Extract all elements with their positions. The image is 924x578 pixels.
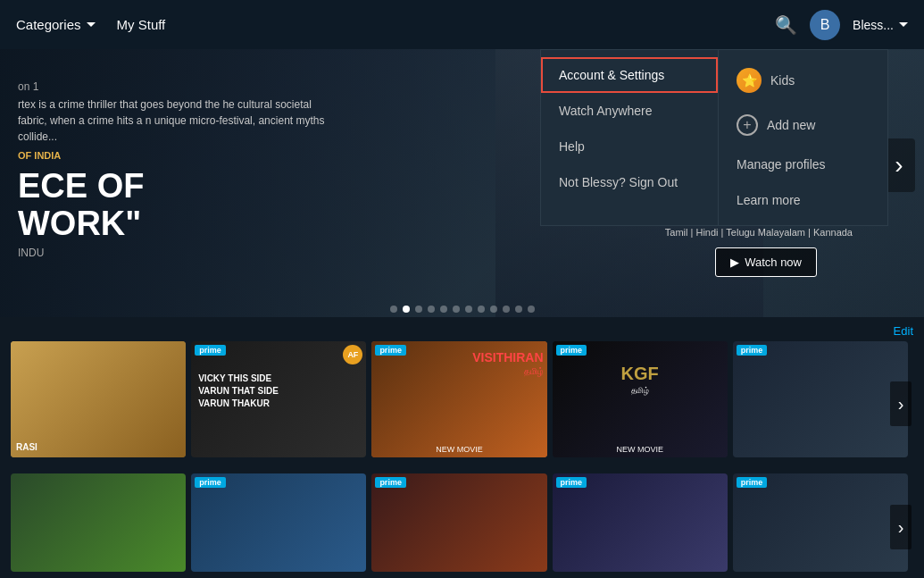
dropdown-right-panel: ⭐ Kids + Add new Manage profiles Learn m… bbox=[719, 49, 888, 226]
learn-more-label: Learn more bbox=[737, 193, 801, 207]
kids-profile-item[interactable]: ⭐ Kids bbox=[719, 57, 887, 104]
thumb2-text: VICKY THIS SIDEVARUN THAT SIDEVARUN THAK… bbox=[198, 373, 359, 410]
hero-dot-5[interactable] bbox=[453, 306, 460, 313]
hero-dot-1[interactable] bbox=[403, 306, 410, 313]
thumb4-new-movie: NEW MOVIE bbox=[616, 445, 663, 454]
thumbnail-5[interactable]: prime bbox=[733, 341, 908, 457]
hero-dot-6[interactable] bbox=[465, 306, 472, 313]
row1-container: RASI prime AF VICKY THIS SIDEVARUN THAT … bbox=[11, 341, 913, 466]
hero-content: on 1 rtex is a crime thriller that goes … bbox=[18, 80, 330, 259]
manage-profiles-label: Manage profiles bbox=[737, 157, 826, 172]
hero-title-line1: ECE OF bbox=[18, 168, 330, 205]
row1-thumbnails: RASI prime AF VICKY THIS SIDEVARUN THAT … bbox=[11, 341, 913, 466]
watch-now-button[interactable]: ▶ Watch now bbox=[715, 247, 817, 277]
avatar[interactable]: B bbox=[810, 10, 840, 40]
hero-dot-3[interactable] bbox=[428, 306, 435, 313]
row1-next-button[interactable]: › bbox=[890, 381, 912, 426]
add-new-label: Add new bbox=[767, 118, 815, 132]
categories-chevron-icon bbox=[87, 22, 96, 27]
dropdown-left-panel: Account & Settings Watch Anywhere Help N… bbox=[540, 49, 719, 226]
hero-dots bbox=[390, 306, 535, 313]
hero-dot-0[interactable] bbox=[390, 306, 397, 313]
prime-badge2-2: prime bbox=[195, 477, 226, 488]
hero-dot-2[interactable] bbox=[415, 306, 422, 313]
help-item[interactable]: Help bbox=[541, 129, 718, 164]
hero-region-badge: OF INDIA bbox=[18, 150, 330, 161]
mystuff-label: My Stuff bbox=[117, 17, 166, 32]
hero-dot-4[interactable] bbox=[440, 306, 447, 313]
thumbnail-4[interactable]: prime KGF தமிழ் NEW MOVIE bbox=[553, 341, 728, 457]
hero-dot-7[interactable] bbox=[478, 306, 485, 313]
thumb3-new-movie: NEW MOVIE bbox=[436, 445, 483, 454]
account-settings-label: Account & Settings bbox=[559, 68, 664, 82]
watch-anywhere-item[interactable]: Watch Anywhere bbox=[541, 93, 718, 129]
row1-header: Edit bbox=[11, 317, 913, 341]
thumb1-label: RASI bbox=[16, 442, 37, 452]
thumb3-lang: தமிழ் bbox=[524, 366, 544, 377]
sign-out-label: Not Blessy? Sign Out bbox=[559, 175, 678, 189]
watch-now-label: Watch now bbox=[745, 255, 802, 269]
hero-tags: Tamil | Hindi | Telugu Malayalam | Kanna… bbox=[665, 225, 853, 241]
kids-icon: ⭐ bbox=[737, 68, 762, 93]
add-profile-item[interactable]: + Add new bbox=[719, 104, 887, 147]
help-label: Help bbox=[559, 139, 585, 154]
manage-profiles-item[interactable]: Manage profiles bbox=[719, 147, 887, 182]
thumb3-title: VISITHIRAN bbox=[472, 350, 543, 364]
content-area: Edit RASI prime AF VICKY THIS SIDEVARUN … bbox=[0, 317, 924, 578]
sign-out-item[interactable]: Not Blessy? Sign Out bbox=[541, 164, 718, 200]
prime-badge2-4: prime bbox=[556, 477, 587, 488]
thumbnail2-5[interactable]: prime bbox=[733, 473, 908, 572]
hero-dot-9[interactable] bbox=[503, 306, 510, 313]
watch-anywhere-label: Watch Anywhere bbox=[559, 104, 653, 118]
prime-badge-4: prime bbox=[556, 345, 587, 356]
thumbnail2-3[interactable]: prime bbox=[371, 473, 546, 572]
hero-dot-10[interactable] bbox=[515, 306, 522, 313]
account-settings-item[interactable]: Account & Settings bbox=[541, 57, 718, 93]
avatar-letter: B bbox=[820, 17, 830, 33]
play-icon: ▶ bbox=[730, 255, 739, 269]
thumbnail2-2[interactable]: prime bbox=[191, 473, 366, 572]
hero-title-line2: WORK" bbox=[18, 205, 330, 243]
prime-badge2-3: prime bbox=[375, 477, 406, 488]
hero-description: rtex is a crime thriller that goes beyon… bbox=[18, 96, 330, 145]
hero-dot-8[interactable] bbox=[490, 306, 497, 313]
nav-left: Categories My Stuff bbox=[16, 17, 165, 32]
row2-next-button[interactable]: › bbox=[890, 505, 912, 549]
nav-right: 🔍 B Bless... bbox=[775, 10, 908, 40]
edit-button[interactable]: Edit bbox=[894, 324, 913, 338]
hero-title: ECE OF WORK" bbox=[18, 168, 330, 243]
hero-dot-11[interactable] bbox=[528, 306, 535, 313]
search-icon[interactable]: 🔍 bbox=[775, 14, 797, 36]
thumb4-title: KGF bbox=[621, 364, 659, 384]
learn-more-item[interactable]: Learn more bbox=[719, 182, 887, 218]
row2-container: prime prime prime prime › bbox=[11, 473, 913, 578]
prime-badge2-5: prime bbox=[737, 477, 768, 488]
username-button[interactable]: Bless... bbox=[853, 18, 908, 32]
thumbnail-2[interactable]: prime AF VICKY THIS SIDEVARUN THAT SIDEV… bbox=[191, 341, 366, 457]
hero-region-sub: INDU bbox=[18, 247, 330, 259]
hero-season: on 1 bbox=[18, 80, 330, 93]
account-dropdown: Account & Settings Watch Anywhere Help N… bbox=[540, 49, 888, 226]
prime-badge-3: prime bbox=[375, 345, 406, 356]
thumb4-lang: தமிழ் bbox=[631, 386, 649, 396]
thumbnail-1[interactable]: RASI bbox=[11, 341, 186, 457]
thumbnail-3[interactable]: prime VISITHIRAN தமிழ் NEW MOVIE bbox=[371, 341, 546, 457]
kids-label: Kids bbox=[770, 73, 795, 88]
mystuff-nav[interactable]: My Stuff bbox=[117, 17, 166, 32]
prime-badge-5: prime bbox=[737, 345, 768, 356]
thumbnail2-4[interactable]: prime bbox=[553, 473, 728, 572]
navbar: Categories My Stuff 🔍 B Bless... bbox=[0, 0, 924, 49]
add-profile-icon: + bbox=[737, 114, 758, 136]
categories-nav[interactable]: Categories bbox=[16, 17, 96, 32]
thumbnail2-1[interactable] bbox=[11, 473, 186, 572]
row2-thumbnails: prime prime prime prime bbox=[11, 473, 913, 578]
af-badge-2: AF bbox=[343, 345, 362, 364]
username-chevron-icon bbox=[899, 22, 908, 27]
prime-badge-2: prime bbox=[195, 345, 226, 356]
categories-label: Categories bbox=[16, 17, 81, 32]
username-label: Bless... bbox=[853, 18, 894, 32]
